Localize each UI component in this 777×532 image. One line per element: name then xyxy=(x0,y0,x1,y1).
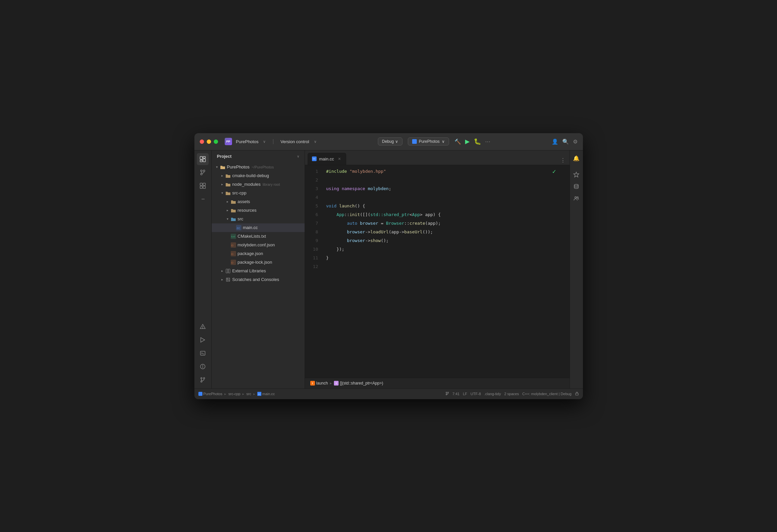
tree-item-purephotos[interactable]: ▾ PurePhotos ~/PurePhotos xyxy=(212,163,305,172)
status-line-col[interactable]: 7:41 xyxy=(452,392,459,396)
activity-more[interactable]: ··· xyxy=(197,193,209,205)
activity-plugins[interactable] xyxy=(197,180,209,192)
status-path1[interactable]: src-cpp xyxy=(228,392,240,396)
project-icon xyxy=(198,392,202,396)
tree-item-main-cc[interactable]: ▸ cc main.cc xyxy=(212,223,305,232)
tree-item-package-lock[interactable]: ▸ {} package-lock.json xyxy=(212,258,305,267)
svg-text:{}: {} xyxy=(231,244,233,246)
activity-run[interactable] xyxy=(197,334,209,346)
titlebar-actions: 🔨 ▶ 🐛 ⋯ xyxy=(454,138,490,145)
app-dropdown[interactable]: ∨ xyxy=(263,139,266,144)
tree-arrow: ▸ xyxy=(220,182,225,187)
status-linter[interactable]: .clang-tidy xyxy=(484,392,501,396)
status-path2[interactable]: src xyxy=(246,392,251,396)
svg-rect-1 xyxy=(203,156,205,158)
hammer-icon[interactable]: 🔨 xyxy=(454,138,461,145)
activity-info[interactable] xyxy=(197,360,209,373)
tab-more-button[interactable]: ⋮ xyxy=(559,156,567,165)
collab-icon[interactable] xyxy=(571,193,582,204)
status-line-ending[interactable]: LF xyxy=(463,392,467,396)
activity-files[interactable] xyxy=(197,153,209,165)
svg-point-19 xyxy=(201,378,202,379)
tree-item-package-json[interactable]: ▸ {} package.json xyxy=(212,249,305,258)
tree-label: Scratches and Consoles xyxy=(232,277,279,282)
svg-marker-13 xyxy=(201,338,205,342)
ai-assistant-icon[interactable] xyxy=(571,169,582,180)
svg-point-37 xyxy=(575,196,577,198)
debug-run-button[interactable]: 🐛 xyxy=(474,138,481,145)
version-control-dropdown[interactable]: ∨ xyxy=(314,139,317,144)
tree-label: assets xyxy=(238,199,250,204)
tree-item-cmake-build[interactable]: ▸ cmake-build-debug xyxy=(212,172,305,180)
activity-git[interactable] xyxy=(197,374,209,386)
tree-item-assets[interactable]: ▸ assets xyxy=(212,197,305,206)
tree-label: External Libraries xyxy=(232,268,266,273)
tree-item-resources[interactable]: ▸ resources xyxy=(212,206,305,215)
breadcrumb-lambda[interactable]: [](std::shared_ptr<App>) xyxy=(340,381,383,386)
version-control-label[interactable]: Version control xyxy=(281,139,309,144)
svg-rect-2 xyxy=(203,159,205,162)
search-icon[interactable]: 🔍 xyxy=(562,138,569,145)
status-lang-build[interactable]: C++: molybden_client | Debug xyxy=(522,392,572,396)
notifications-button[interactable]: 🔔 xyxy=(571,153,582,164)
folder-icon xyxy=(225,173,231,179)
svg-point-20 xyxy=(203,378,205,379)
tree-item-src[interactable]: ▾ src xyxy=(212,215,305,223)
activity-warnings[interactable] xyxy=(197,321,209,333)
tree-item-scratches[interactable]: ▸ Scratches and Consoles xyxy=(212,275,305,284)
run-button[interactable]: ▶ xyxy=(465,138,470,145)
activity-terminal[interactable] xyxy=(197,347,209,359)
code-content[interactable]: #include "molybden.hpp" using namespace … xyxy=(321,165,570,378)
bc-sep: ▸ xyxy=(330,381,332,386)
tree-item-cmakelists[interactable]: ▸ txt CMakeLists.txt xyxy=(212,232,305,241)
sidebar-title-arrow[interactable]: ∨ xyxy=(297,154,299,158)
sidebar: Project ∨ ▾ PurePhotos ~/PurePhotos xyxy=(212,150,305,389)
tree-item-src-cpp[interactable]: ▾ src-cpp xyxy=(212,189,305,197)
fn-breadcrumb: f launch xyxy=(310,381,328,386)
status-breadcrumb: PurePhotos ▸ src-cpp ▸ src ▸ cc main.cc xyxy=(198,392,275,396)
status-encoding[interactable]: UTF-8 xyxy=(470,392,481,396)
status-indent[interactable]: 2 spaces xyxy=(505,392,519,396)
tree-item-node-modules[interactable]: ▸ node_modules library root xyxy=(212,180,305,189)
minimize-button[interactable] xyxy=(207,139,211,144)
status-project[interactable]: PurePhotos xyxy=(198,392,222,396)
tab-label: main.cc xyxy=(319,156,334,162)
svg-point-12 xyxy=(203,328,203,328)
settings-icon[interactable]: ⚙ xyxy=(573,138,578,145)
status-file[interactable]: cc main.cc xyxy=(257,392,275,396)
maximize-button[interactable] xyxy=(214,139,218,144)
json-file-icon: {} xyxy=(230,242,236,248)
code-line-10: }); xyxy=(321,245,570,254)
code-editor[interactable]: 1 2 3 4 5 6 7 8 9 10 11 12 #include "mol… xyxy=(305,165,570,378)
tree-item-molybden-conf[interactable]: ▸ {} molybden.conf.json xyxy=(212,241,305,249)
debug-config-button[interactable]: Debug ∨ xyxy=(378,137,403,145)
svg-text:{}: {} xyxy=(231,261,233,264)
check-icon: ✓ xyxy=(552,169,556,175)
activity-vcs[interactable] xyxy=(197,167,209,179)
more-actions-icon[interactable]: ⋯ xyxy=(485,138,490,145)
cc-file-icon: cc xyxy=(236,225,242,231)
code-line-1: #include "molybden.hpp" xyxy=(321,167,570,176)
close-button[interactable] xyxy=(200,139,204,144)
tree-item-external-libs[interactable]: ▸ External Libraries xyxy=(212,267,305,275)
tree-label: cmake-build-debug xyxy=(232,173,269,178)
root-folder-icon xyxy=(220,164,226,170)
status-git[interactable] xyxy=(445,392,449,396)
database-icon[interactable] xyxy=(571,181,582,192)
code-line-2 xyxy=(321,176,570,185)
breadcrumb-launch[interactable]: launch xyxy=(316,381,328,386)
profile-icon[interactable]: 👤 xyxy=(552,138,558,145)
status-lock[interactable] xyxy=(575,392,579,396)
debug-label: Debug xyxy=(382,139,394,144)
code-line-6: App::init([](std::shared_ptr<App> app) { xyxy=(321,210,570,219)
svg-text:txt: txt xyxy=(231,235,235,238)
svg-line-34 xyxy=(228,280,229,281)
tab-close-button[interactable]: ✕ xyxy=(337,156,342,162)
pkg-file-icon: {} xyxy=(230,251,236,257)
run-config-button[interactable]: PurePhotos ∨ xyxy=(408,137,449,145)
svg-rect-32 xyxy=(226,269,228,273)
svg-rect-8 xyxy=(203,183,205,186)
tab-main-cc[interactable]: cc main.cc ✕ xyxy=(308,153,347,165)
tree-label: node_modules xyxy=(232,182,261,187)
sidebar-title: Project xyxy=(217,154,232,159)
